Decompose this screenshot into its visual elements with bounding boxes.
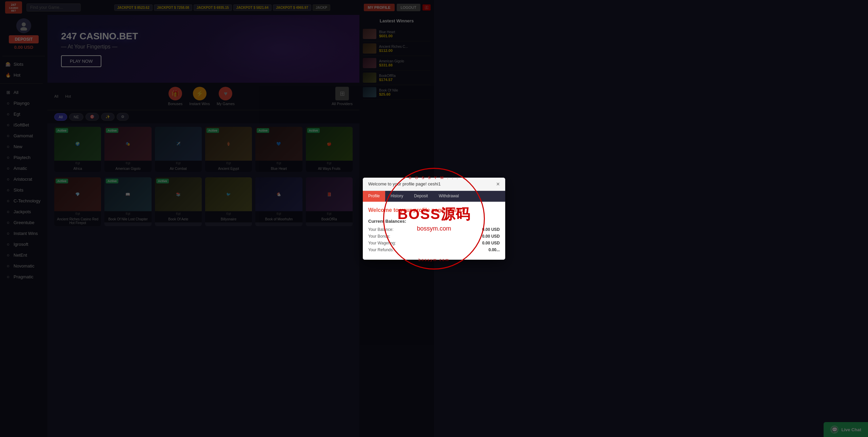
modal-header-title: Welcome to your profile page! ceshi1 [368,181,434,186]
balance-section-title: Current Balances: [368,219,434,224]
balance-section: Current Balances: Your Balance: 0.00 USD… [368,219,434,252]
balance-label: Your Balance: [368,227,393,232]
modal-body: Welcome to your profile page! ceshi1 Cur… [363,202,434,260]
refunds-label: Your Refunds: [368,247,394,252]
wagering-label: Your Wagering: [368,241,396,245]
balance-row: Your Balance: 0.00 USD [368,227,434,232]
bonus-label: Your Bonus: [368,234,390,239]
profile-modal: Welcome to your profile page! ceshi1 × P… [363,178,434,260]
modal-tabs: Profile History Deposit Withdrawal [363,191,434,202]
modal-overlay[interactable]: Welcome to your profile page! ceshi1 × P… [0,0,434,437]
modal-header: Welcome to your profile page! ceshi1 × [363,178,434,191]
modal-welcome-text: Welcome to your profile page! ceshi1 [368,207,434,213]
refunds-row: Your Refunds: 0.00... [368,247,434,252]
bonus-row: Your Bonus: 0.00 USD [368,234,434,239]
wagering-row: Your Wagering: 0.00 USD [368,241,434,245]
modal-tab-deposit[interactable]: Deposit [409,191,433,202]
modal-tab-profile[interactable]: Profile [363,191,385,202]
modal-tab-withdrawal[interactable]: Withdrawal [433,191,434,202]
modal-tab-history[interactable]: History [385,191,409,202]
